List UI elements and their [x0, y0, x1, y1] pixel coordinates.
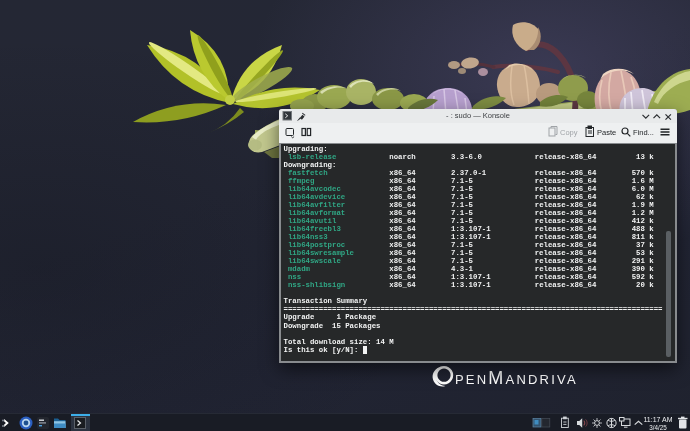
- svg-text:Copy: Copy: [560, 128, 578, 137]
- svg-text:Paste: Paste: [597, 128, 616, 137]
- svg-text:Find...: Find...: [633, 128, 654, 137]
